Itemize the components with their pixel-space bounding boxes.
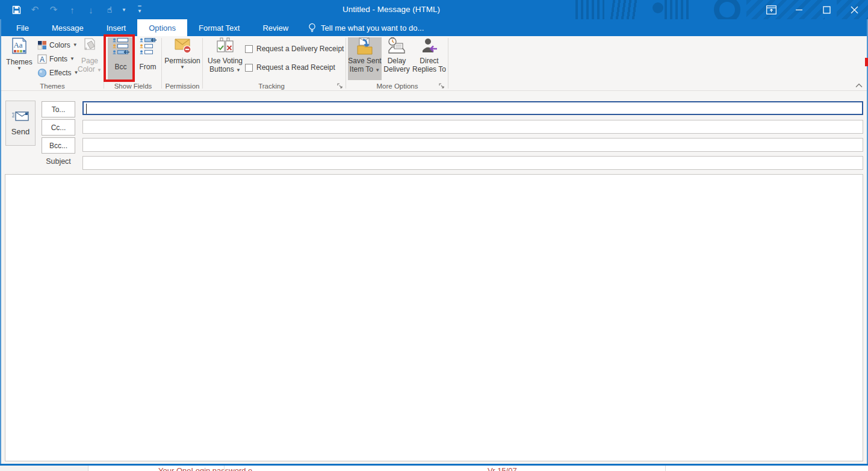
tab-message[interactable]: Message	[40, 19, 95, 36]
checkbox-icon	[245, 64, 253, 72]
tab-insert[interactable]: Insert	[95, 19, 138, 36]
tell-me-box[interactable]: Tell me what you want to do...	[300, 19, 432, 36]
bcc-icon	[112, 37, 130, 55]
column-divider	[665, 466, 666, 471]
themes-icon: Aa	[11, 37, 28, 54]
checkbox-label: Request a Delivery Receipt	[256, 45, 344, 53]
close-icon[interactable]	[840, 0, 868, 19]
minimize-icon[interactable]	[785, 0, 813, 19]
window-controls	[757, 0, 868, 19]
annotation-edge-mark	[865, 58, 868, 66]
request-read-receipt-checkbox[interactable]: Request a Read Receipt	[245, 63, 335, 72]
use-voting-buttons-button[interactable]: Use Voting Buttons ▼	[207, 37, 243, 81]
tab-options[interactable]: Options	[137, 19, 187, 36]
group-separator	[202, 38, 203, 89]
cc-button[interactable]: Cc...	[42, 119, 75, 136]
direct-replies-to-button[interactable]: Direct Replies To	[411, 37, 447, 80]
chevron-down-icon: ▼	[97, 67, 102, 73]
message-body-editor[interactable]	[5, 174, 863, 461]
svg-text:A: A	[40, 55, 45, 64]
effects-button[interactable]: Effects▼	[37, 68, 78, 78]
delay-delivery-icon	[387, 37, 406, 55]
maximize-icon[interactable]	[813, 0, 840, 19]
save-sent-item-to-button[interactable]: Save Sent Item To ▼	[348, 37, 382, 80]
to-input[interactable]	[82, 101, 863, 115]
bcc-button[interactable]: Bcc	[108, 37, 134, 80]
show-fields-group-label: Show Fields	[105, 82, 161, 90]
permission-group-label: Permission	[163, 82, 202, 90]
lightbulb-icon	[308, 23, 316, 33]
background-row-date: Vr 15/07	[488, 466, 517, 471]
bcc-button-header[interactable]: Bcc...	[42, 137, 75, 154]
message-compose-window: ↶ ↷ ↑ ↓ ☝ ▼ ▔▼ Untitled - Message (HTML)	[0, 0, 868, 471]
from-button[interactable]: From	[135, 37, 161, 80]
window-border-left	[0, 19, 1, 464]
group-separator	[104, 38, 104, 89]
from-icon	[139, 37, 157, 55]
more-options-group-label: More Options	[347, 82, 448, 90]
chevron-down-icon: ▼	[70, 57, 75, 61]
tab-format-text[interactable]: Format Text	[187, 19, 251, 36]
svg-text:Aa: Aa	[13, 40, 22, 49]
window-title: Untitled - Message (HTML)	[0, 0, 783, 19]
ribbon-tab-bar: File Message Insert Options Format Text …	[0, 19, 868, 36]
theme-fonts-icon: A	[37, 54, 47, 64]
save-sent-item-icon	[355, 37, 374, 55]
send-label: Send	[11, 127, 29, 136]
compose-header: Send To... Cc... Bcc... Subject	[1, 92, 867, 173]
chevron-down-icon: ▼	[236, 67, 241, 73]
theme-effects-icon	[37, 68, 47, 78]
send-icon	[11, 110, 29, 122]
permission-button[interactable]: Permission ▼	[164, 37, 200, 81]
tracking-dialog-launcher-icon[interactable]	[337, 83, 344, 90]
chevron-down-icon: ▼	[180, 65, 185, 70]
request-delivery-receipt-checkbox[interactable]: Request a Delivery Receipt	[245, 45, 344, 53]
voting-buttons-icon	[215, 37, 235, 55]
themes-group-label: Themes	[1, 82, 104, 90]
page-color-icon	[81, 37, 98, 54]
chevron-down-icon: ▼	[17, 66, 22, 71]
tab-file[interactable]: File	[5, 19, 40, 36]
background-pane	[0, 466, 88, 471]
ribbon-options: Aa Themes ▼ Colors▼ A Fonts▼ Effects▼ Pa…	[1, 36, 867, 91]
to-button[interactable]: To...	[42, 101, 75, 117]
collapse-ribbon-icon[interactable]	[854, 81, 864, 90]
group-separator	[161, 38, 162, 89]
themes-button[interactable]: Aa Themes ▼	[5, 37, 34, 81]
cc-input[interactable]	[82, 120, 863, 134]
title-bar: ↶ ↷ ↑ ↓ ☝ ▼ ▔▼ Untitled - Message (HTML)	[0, 0, 868, 19]
more-options-dialog-launcher-icon[interactable]	[439, 83, 446, 90]
group-separator	[346, 38, 346, 89]
checkbox-label: Request a Read Receipt	[256, 63, 335, 72]
background-row-subject: Your OneLogin password e	[158, 466, 252, 471]
tell-me-label: Tell me what you want to do...	[321, 23, 424, 33]
ribbon-display-options-icon[interactable]	[757, 0, 785, 19]
chevron-down-icon: ▼	[375, 67, 380, 73]
bcc-input[interactable]	[82, 138, 863, 152]
subject-label: Subject	[42, 157, 75, 166]
subject-input[interactable]	[82, 156, 863, 170]
tab-review[interactable]: Review	[251, 19, 300, 36]
text-cursor	[86, 104, 87, 114]
tracking-group-label: Tracking	[203, 82, 339, 90]
page-color-button: Page Color ▼	[76, 37, 104, 81]
send-button[interactable]: Send	[5, 101, 36, 146]
checkbox-icon	[245, 45, 253, 53]
theme-colors-icon	[37, 40, 47, 50]
permission-icon	[173, 37, 191, 54]
background-inbox-row: Your OneLogin password e Vr 15/07	[0, 466, 868, 471]
delay-delivery-button[interactable]: Delay Delivery	[383, 37, 411, 80]
fonts-button[interactable]: A Fonts▼	[37, 54, 75, 64]
group-separator	[448, 38, 448, 89]
colors-button[interactable]: Colors▼	[37, 40, 78, 50]
direct-replies-icon	[420, 37, 438, 55]
column-divider	[224, 466, 225, 471]
